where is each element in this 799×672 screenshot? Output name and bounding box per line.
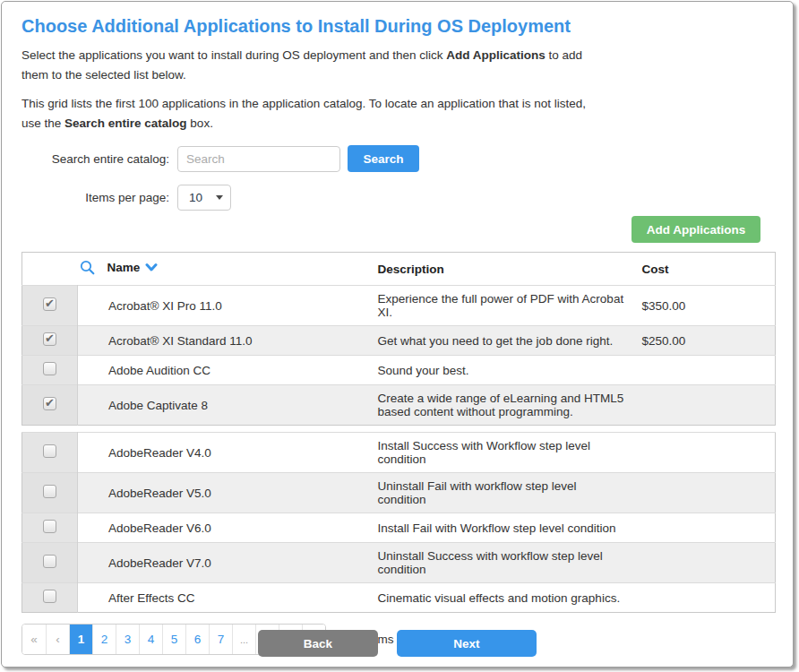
- next-button[interactable]: Next: [397, 630, 537, 657]
- table-row: AdobeReader V6.0 Install Fail with Workf…: [22, 513, 776, 543]
- app-description: Install Fail with Workflow step level co…: [371, 513, 635, 543]
- app-name: Adobe Captivate 8: [78, 385, 371, 426]
- intro-1-text: Select the applications you want to inst…: [21, 48, 446, 62]
- table-row: Acrobat® XI Standard 11.0 Get what you n…: [22, 326, 776, 356]
- app-cost: $350.00: [635, 286, 776, 326]
- row-checkbox[interactable]: [43, 520, 56, 533]
- intro-paragraph-1: Select the applications you want to inst…: [21, 46, 608, 85]
- add-applications-row: Add Applications: [21, 216, 760, 243]
- items-per-page-row: Items per page: 10: [21, 185, 773, 211]
- app-name: AdobeReader V5.0: [78, 473, 371, 513]
- intro-1-bold: Add Applications: [446, 48, 546, 62]
- app-description: Install Success with Workflow step level…: [371, 433, 635, 473]
- row-select-cell: [22, 326, 78, 356]
- row-checkbox[interactable]: [43, 555, 56, 568]
- app-cost: [635, 543, 776, 583]
- app-cost: [635, 356, 776, 385]
- items-per-page-select[interactable]: 10: [177, 185, 231, 211]
- app-name: AdobeReader V6.0: [78, 513, 371, 543]
- select-column-header: [22, 253, 78, 286]
- name-column-header[interactable]: Name: [78, 253, 371, 286]
- search-icon[interactable]: [80, 260, 95, 275]
- items-per-page-label: Items per page:: [21, 191, 177, 204]
- row-select-cell: [22, 513, 78, 543]
- add-applications-button[interactable]: Add Applications: [631, 216, 760, 243]
- intro-2-text-end: box.: [187, 116, 213, 130]
- app-description: Cinematic visual effects and motion grap…: [371, 583, 635, 613]
- app-name: AdobeReader V7.0: [78, 543, 371, 583]
- app-name: Acrobat® XI Standard 11.0: [78, 326, 371, 356]
- table-row: AdobeReader V4.0 Install Success with Wo…: [22, 433, 776, 473]
- app-description: Sound your best.: [371, 356, 635, 385]
- table-row: Adobe Audition CC Sound your best.: [22, 356, 776, 385]
- row-checkbox[interactable]: [43, 297, 56, 311]
- app-description: Uninstall Success with workflow step lev…: [371, 543, 635, 583]
- table-row: Adobe Captivate 8 Create a wide range of…: [22, 385, 776, 426]
- row-select-cell: [22, 286, 78, 326]
- search-label: Search entire catalog:: [21, 152, 177, 166]
- applications-grid-continued: AdobeReader V4.0 Install Success with Wo…: [21, 432, 776, 613]
- back-button[interactable]: Back: [258, 630, 378, 657]
- row-select-cell: [22, 583, 78, 613]
- intro-2-bold: Search entire catalog: [64, 116, 187, 130]
- chevron-down-icon: [145, 263, 158, 272]
- app-description: Create a wide range of eLearning and HTM…: [371, 385, 635, 426]
- app-name: Adobe Audition CC: [78, 356, 371, 385]
- row-select-cell: [22, 433, 78, 473]
- row-checkbox[interactable]: [43, 444, 56, 458]
- row-checkbox[interactable]: [43, 362, 56, 375]
- row-select-cell: [22, 473, 78, 513]
- row-checkbox[interactable]: [43, 590, 56, 603]
- grid-header-row: Name Description Cost: [22, 253, 776, 286]
- app-description: Uninstall Fail with workflow step level …: [371, 473, 635, 513]
- table-row: After Effects CC Cinematic visual effect…: [22, 583, 776, 613]
- app-cost: [635, 385, 776, 426]
- caret-down-icon: [216, 195, 223, 200]
- search-input[interactable]: [177, 146, 340, 172]
- app-name: Acrobat® XI Pro 11.0: [78, 286, 371, 326]
- intro-paragraph-2: This grid lists the first 100 applicatio…: [21, 94, 608, 134]
- name-column-label: Name: [107, 261, 141, 274]
- app-cost: [635, 473, 776, 513]
- app-cost: [635, 583, 776, 613]
- app-cost: $250.00: [635, 326, 776, 356]
- app-name: AdobeReader V4.0: [78, 433, 371, 473]
- row-select-cell: [22, 356, 78, 385]
- search-button[interactable]: Search: [348, 145, 419, 172]
- applications-grid: Name Description Cost Acrobat® XI Pro 11…: [21, 252, 776, 426]
- cost-column-header[interactable]: Cost: [635, 253, 776, 286]
- app-name: After Effects CC: [78, 583, 371, 613]
- table-row: AdobeReader V7.0 Uninstall Success with …: [22, 543, 776, 583]
- footer-buttons: Back Next: [2, 630, 793, 657]
- table-row: AdobeReader V5.0 Uninstall Fail with wor…: [22, 473, 776, 513]
- app-cost: [635, 513, 776, 543]
- row-checkbox[interactable]: [43, 332, 56, 346]
- row-select-cell: [22, 543, 78, 583]
- app-description: Experience the full power of PDF with Ac…: [371, 286, 635, 326]
- dialog-window: Choose Additional Applications to Instal…: [1, 1, 794, 668]
- description-column-header[interactable]: Description: [371, 253, 635, 286]
- items-per-page-value: 10: [189, 191, 202, 204]
- search-row: Search entire catalog: Search: [21, 145, 773, 172]
- grid-section-gap: [21, 426, 773, 432]
- table-row: Acrobat® XI Pro 11.0 Experience the full…: [22, 286, 776, 326]
- page-title: Choose Additional Applications to Instal…: [21, 16, 773, 37]
- app-cost: [635, 433, 776, 473]
- row-checkbox[interactable]: [43, 485, 56, 498]
- row-checkbox[interactable]: [43, 397, 56, 410]
- row-select-cell: [22, 385, 78, 426]
- app-description: Get what you need to get the job done ri…: [371, 326, 635, 356]
